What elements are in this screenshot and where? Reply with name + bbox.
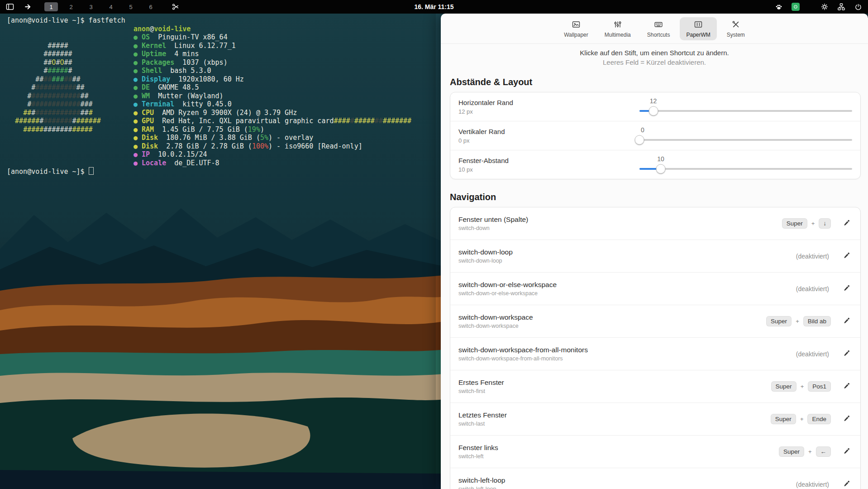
tab-multimedia[interactable]: Multimedia — [598, 17, 637, 40]
wallpaper-icon — [572, 20, 581, 30]
terminal-line: ############# ● DE GNOME 48.5 — [7, 83, 411, 92]
tab-label: System — [727, 32, 745, 38]
workspace-button-4[interactable]: 4 — [104, 2, 118, 11]
workspace-button-2[interactable]: 2 — [64, 2, 78, 11]
shortcut-title: Fenster links — [458, 444, 498, 452]
key-plus-separator: + — [811, 220, 815, 227]
terminal-line: anon@void-live — [7, 25, 411, 34]
slider-value: 12 — [650, 97, 657, 105]
edit-shortcut-button[interactable] — [839, 281, 854, 297]
shortcut-disabled-label: (deaktiviert) — [796, 285, 829, 292]
edit-shortcut-button[interactable] — [839, 379, 854, 394]
paw-icon[interactable] — [773, 1, 784, 12]
terminal-line: ##### ● Kernel Linux 6.12.77_1 — [7, 42, 411, 50]
layout-row-subtitle: 12 px — [458, 108, 513, 115]
power-icon[interactable] — [853, 1, 863, 12]
terminal-line: [anon@void-live ~]$ — [7, 167, 411, 176]
arrow-icon[interactable] — [23, 1, 33, 12]
terminal-line: ● Disk 2.78 GiB / 2.78 GiB (100%) - iso9… — [7, 142, 411, 151]
tab-shortcuts[interactable]: Shortcuts — [641, 17, 677, 40]
terminal-cursor — [89, 167, 94, 175]
terminal-line: ##################### ● GPU Red Hat, Inc… — [7, 117, 411, 125]
tab-wallpaper[interactable]: Wallpaper — [558, 17, 595, 40]
key-chip: Ende — [807, 414, 831, 424]
shortcut-id: switch-down-workspace-from-all-monitors — [458, 355, 588, 362]
shortcut-id: switch-last — [458, 421, 507, 427]
hint-line-1: Klicke auf den Stift, um einen Shortcut … — [441, 48, 868, 58]
key-plus-separator: + — [796, 318, 799, 325]
slider-value: 10 — [657, 155, 664, 163]
network-icon[interactable] — [836, 1, 847, 12]
shortcut-row: switch-down-loopswitch-down-loop(deaktiv… — [450, 240, 860, 273]
shortcuts-icon — [654, 20, 663, 30]
slider[interactable]: 0 — [639, 126, 852, 146]
tray-app-icon[interactable] — [790, 1, 801, 12]
slider-track[interactable] — [639, 139, 852, 141]
shortcut-row: switch-down-workspace-from-all-monitorss… — [450, 338, 860, 370]
slider-thumb[interactable] — [656, 164, 666, 173]
terminal-line: ● Locale de_DE.UTF-8 — [7, 159, 411, 168]
terminal-line: ################# ● CPU AMD Ryzen 9 3900… — [7, 109, 411, 117]
terminal-line: ####### ● Uptime 4 mins — [7, 50, 411, 58]
terminal-line: ● Disk 180.76 MiB / 3.88 GiB (5%) - over… — [7, 134, 411, 142]
terminal-line: ##O#O## ● Packages 1037 (xbps) — [7, 58, 411, 67]
pencil-icon — [843, 317, 850, 326]
shortcut-title: switch-down-or-else-workspace — [458, 281, 557, 289]
workspace-button-3[interactable]: 3 — [84, 2, 98, 11]
terminal-line: [anon@void-live ~]$ fastfetch — [7, 16, 411, 25]
workspace-button-1[interactable]: 1 — [44, 2, 58, 11]
shortcut-row: switch-down-workspaceswitch-down-workspa… — [450, 305, 860, 338]
slider-thumb[interactable] — [649, 106, 658, 115]
workspace-button-5[interactable]: 5 — [124, 2, 138, 11]
shortcut-row: Fenster unten (Spalte)switch-downSuper+↓ — [450, 207, 860, 240]
edit-shortcut-button[interactable] — [839, 346, 854, 362]
slider-track[interactable] — [639, 110, 852, 112]
slider-track[interactable] — [639, 168, 852, 170]
shortcut-row: switch-down-or-else-workspaceswitch-down… — [450, 273, 860, 305]
shortcut-title: Letztes Fenster — [458, 411, 507, 419]
overview-toggle-icon[interactable] — [5, 1, 15, 12]
settings-tabs: WallpaperMultimediaShortcutsPaperWMSyste… — [441, 14, 868, 44]
terminal-line: ● IP 10.0.2.15/24 — [7, 150, 411, 159]
shortcut-row: switch-left-loopswitch-left-loop(deaktiv… — [450, 468, 860, 489]
edit-shortcut-button[interactable] — [839, 216, 854, 231]
shortcut-disabled-label: (deaktiviert) — [796, 350, 829, 358]
hint-line-2: Leeres Feld = Kürzel deaktivieren. — [441, 58, 868, 67]
edit-shortcut-button[interactable] — [839, 477, 854, 489]
slider[interactable]: 10 — [639, 155, 852, 175]
settings-window: WallpaperMultimediaShortcutsPaperWMSyste… — [441, 14, 868, 489]
edit-shortcut-button[interactable] — [839, 249, 854, 264]
tab-system[interactable]: System — [720, 17, 751, 40]
key-plus-separator: + — [801, 383, 804, 390]
edit-shortcut-button[interactable] — [839, 314, 854, 329]
key-chip: Super — [779, 446, 804, 457]
shortcut-disabled-label: (deaktiviert) — [796, 481, 829, 488]
tab-label: Shortcuts — [647, 32, 670, 38]
section-title-layout: Abstände & Layout — [441, 77, 868, 87]
scissors-icon[interactable] — [170, 1, 181, 12]
pencil-icon — [843, 415, 850, 423]
pencil-icon — [843, 252, 850, 260]
slider[interactable]: 12 — [639, 97, 852, 117]
layout-row: Horizontaler Rand12 px12 — [450, 92, 860, 121]
slider-value: 0 — [641, 126, 644, 134]
key-chip: Super — [766, 316, 792, 326]
shortcut-disabled-label: (deaktiviert) — [796, 253, 829, 260]
key-chip: Super — [771, 414, 796, 424]
key-chip: Pos1 — [808, 381, 831, 392]
shortcut-row: Fenster linksswitch-leftSuper+← — [450, 436, 860, 468]
edit-shortcut-button[interactable] — [839, 444, 854, 460]
brightness-icon[interactable] — [819, 1, 830, 12]
workspace-button-6[interactable]: 6 — [144, 2, 157, 11]
layout-card: Horizontaler Rand12 px12Vertikaler Rand0… — [450, 92, 861, 179]
shortcut-id: switch-down — [458, 225, 528, 231]
shortcut-id: switch-left — [458, 453, 498, 460]
key-plus-separator: + — [808, 448, 812, 455]
multimedia-icon — [613, 20, 622, 30]
key-chip: ↓ — [819, 218, 831, 229]
tab-paperwm[interactable]: PaperWM — [680, 17, 716, 40]
section-title-navigation: Navigation — [441, 192, 868, 202]
edit-shortcut-button[interactable] — [839, 412, 854, 427]
slider-thumb[interactable] — [635, 135, 644, 144]
key-chip: ← — [816, 446, 831, 457]
